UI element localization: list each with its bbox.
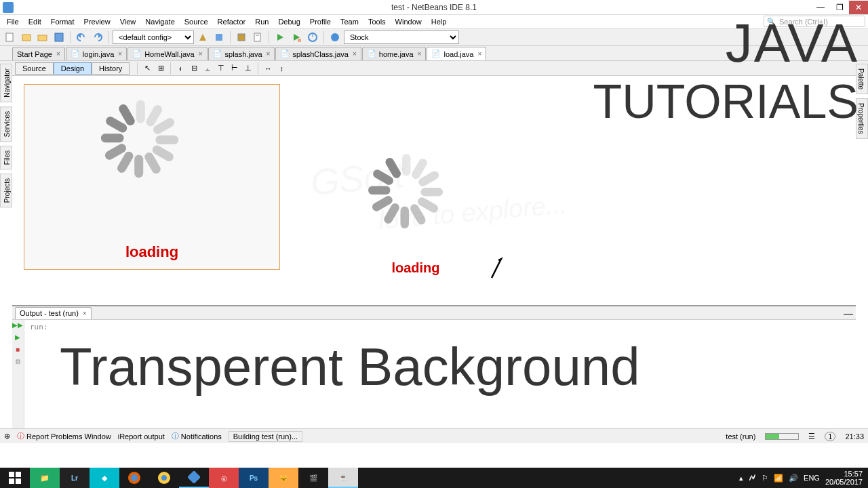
taskbar-explorer[interactable]: 📁 — [30, 468, 60, 488]
compile-button[interactable] — [234, 30, 249, 45]
rerun-button[interactable]: ▶▶ — [12, 321, 23, 332]
tab-load[interactable]: 📄load.java× — [427, 47, 486, 60]
notifications-link[interactable]: ⓘNotifications — [172, 431, 222, 441]
hresize-button[interactable]: ↔ — [262, 62, 274, 75]
status-target[interactable]: ⊕ — [4, 432, 10, 441]
design-tab[interactable]: Design — [54, 62, 92, 75]
align-right-button[interactable]: ⫠ — [201, 62, 214, 75]
taskbar-java[interactable]: ☕ — [328, 468, 358, 488]
undo-button[interactable] — [74, 30, 89, 45]
menu-preview[interactable]: Preview — [80, 16, 115, 27]
menu-help[interactable]: Help — [427, 16, 451, 27]
run-button[interactable] — [273, 30, 288, 45]
building-status[interactable]: Building test (run)... — [229, 431, 302, 442]
popup-window[interactable]: loading — [372, 157, 460, 276]
navigator-tab[interactable]: Navigator — [0, 64, 12, 102]
taskbar-app2[interactable]: 🎬 — [298, 468, 328, 488]
menu-profile[interactable]: Profile — [306, 16, 335, 27]
tray-up-icon[interactable]: ▴ — [739, 474, 743, 483]
tab-home[interactable]: 📄home.java× — [362, 47, 427, 60]
close-icon[interactable]: × — [83, 310, 87, 317]
taskbar-chrome[interactable] — [149, 468, 179, 488]
output-body: ▶▶ ▶ ■ ⚙ run: Transperent Background — [12, 320, 856, 428]
menu-view[interactable]: View — [116, 16, 140, 27]
tab-start-page[interactable]: Start Page× — [12, 47, 65, 60]
menu-refactor[interactable]: Refactor — [214, 16, 250, 27]
report-problems-link[interactable]: ⓘReport Problems Window — [17, 431, 111, 441]
new-project-button[interactable] — [19, 30, 34, 45]
menu-source[interactable]: Source — [180, 16, 212, 27]
stock-select[interactable]: Stock — [344, 30, 459, 44]
menu-file[interactable]: File — [3, 16, 23, 27]
settings-button[interactable]: ⚙ — [12, 358, 23, 369]
taskbar-app1[interactable]: ◎ — [209, 468, 239, 488]
close-icon[interactable]: × — [118, 50, 122, 58]
menu-edit[interactable]: Edit — [24, 16, 45, 27]
close-icon[interactable]: × — [353, 50, 357, 58]
tray-battery-icon[interactable]: 🗲 — [749, 474, 756, 482]
start-button[interactable] — [0, 468, 30, 488]
menu-navigate[interactable]: Navigate — [141, 16, 178, 27]
services-tab[interactable]: Services — [0, 106, 12, 142]
tab-homewall[interactable]: 📄HomeWall.java× — [127, 47, 207, 60]
redo-button[interactable] — [90, 30, 105, 45]
tray-volume-icon[interactable]: 🔊 — [789, 474, 798, 483]
align-middle-button[interactable]: ⊢ — [229, 62, 241, 75]
taskbar-scratch[interactable]: 🐱 — [269, 468, 298, 488]
tray-action-icon[interactable]: ⚐ — [762, 474, 768, 483]
open-button[interactable] — [35, 30, 50, 45]
notification-badge[interactable]: 1 — [825, 432, 835, 441]
tray-clock[interactable]: 15:57 20/05/2017 — [825, 470, 863, 486]
config-select[interactable]: <default config> — [113, 30, 194, 44]
tab-login[interactable]: 📄login.java× — [66, 47, 127, 60]
tray-language[interactable]: ENG — [804, 474, 820, 482]
taskbar-photoshop[interactable]: Ps — [239, 468, 269, 488]
vresize-button[interactable]: ↕ — [275, 62, 288, 75]
progress-more-icon[interactable]: ☰ — [808, 432, 815, 441]
output-tab[interactable]: Output - test (run)× — [15, 307, 92, 319]
profile-button[interactable] — [305, 30, 320, 45]
menu-run[interactable]: Run — [251, 16, 273, 27]
close-icon[interactable]: × — [56, 50, 60, 58]
taskbar-firefox[interactable] — [119, 468, 149, 488]
connection-tool-button[interactable]: ⊞ — [155, 62, 167, 75]
close-icon[interactable]: × — [267, 50, 271, 58]
selection-tool-button[interactable]: ↖ — [141, 62, 153, 75]
menu-tools[interactable]: Tools — [364, 16, 390, 27]
align-bottom-button[interactable]: ⊥ — [242, 62, 254, 75]
tab-splash[interactable]: 📄splash.java× — [208, 47, 275, 60]
stop-button[interactable]: ■ — [12, 346, 23, 357]
report-button[interactable] — [250, 30, 265, 45]
files-tab[interactable]: Files — [0, 146, 12, 169]
minimize-panel-button[interactable]: — — [844, 308, 853, 319]
tab-splashclass[interactable]: 📄splashClass.java× — [275, 47, 361, 60]
new-file-button[interactable] — [3, 30, 18, 45]
windows-taskbar: 📁 Lr ◆ ◎ Ps 🐱 🎬 ☕ ▴ 🗲 ⚐ 📶 🔊 ENG 15:57 20… — [0, 468, 868, 488]
align-center-button[interactable]: ⊟ — [188, 62, 200, 75]
taskbar-netbeans[interactable] — [179, 468, 209, 488]
run-once-button[interactable]: ▶ — [12, 333, 23, 344]
align-left-button[interactable]: ⫞ — [174, 62, 186, 75]
build-button[interactable] — [195, 30, 210, 45]
globe-button[interactable] — [328, 30, 342, 45]
overlay-tutorials: TUTORIALS — [593, 75, 859, 129]
clean-build-button[interactable] — [212, 30, 226, 45]
menu-team[interactable]: Team — [336, 16, 363, 27]
menu-window[interactable]: Window — [391, 16, 426, 27]
ireport-output-link[interactable]: iReport output — [118, 432, 165, 441]
taskbar-filmora[interactable]: ◆ — [90, 468, 119, 488]
menu-format[interactable]: Format — [47, 16, 79, 27]
menu-debug[interactable]: Debug — [274, 16, 304, 27]
align-top-button[interactable]: ⊤ — [215, 62, 227, 75]
close-icon[interactable]: × — [418, 50, 422, 58]
close-icon[interactable]: × — [199, 50, 203, 58]
history-tab[interactable]: History — [92, 62, 130, 75]
close-icon[interactable]: × — [478, 50, 482, 58]
source-tab[interactable]: Source — [15, 62, 54, 75]
jframe-component[interactable]: loading — [24, 84, 280, 270]
debug-button[interactable] — [289, 30, 304, 45]
tray-network-icon[interactable]: 📶 — [774, 474, 783, 483]
taskbar-lightroom[interactable]: Lr — [60, 468, 90, 488]
projects-tab[interactable]: Projects — [0, 174, 12, 207]
save-all-button[interactable] — [52, 30, 66, 45]
